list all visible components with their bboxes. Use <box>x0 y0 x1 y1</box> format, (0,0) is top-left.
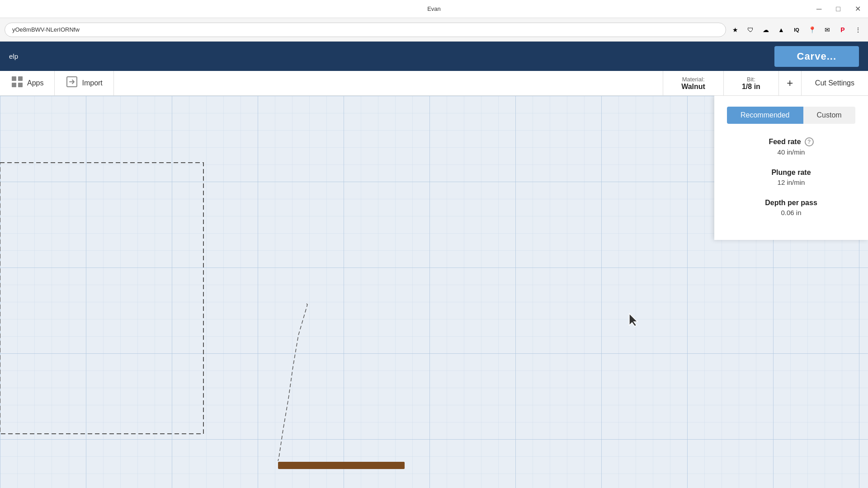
import-label: Import <box>82 79 102 87</box>
iq-icon[interactable]: IQ <box>791 24 802 35</box>
apps-icon <box>11 75 24 91</box>
svg-rect-0 <box>12 76 16 81</box>
toolbar-left: Apps Import <box>0 71 114 95</box>
bit-selector[interactable]: Bit: 1/8 in <box>724 71 779 95</box>
custom-tab[interactable]: Custom <box>803 107 855 124</box>
location-icon[interactable]: 📍 <box>807 24 817 35</box>
maximize-button[interactable]: □ <box>833 4 843 14</box>
plunge-rate-value: 12 in/min <box>727 178 855 186</box>
feed-rate-value: 40 in/min <box>727 148 855 156</box>
svg-rect-3 <box>18 83 23 87</box>
depth-per-pass-row: Depth per pass 0.06 in <box>727 199 855 216</box>
sync-icon[interactable]: ☁ <box>760 24 771 35</box>
app-header: elp Carve... <box>0 42 868 71</box>
plunge-rate-label: Plunge rate <box>771 169 811 177</box>
depth-per-pass-label: Depth per pass <box>765 199 817 207</box>
window-title: Evan <box>427 5 441 12</box>
depth-per-pass-value: 0.06 in <box>727 209 855 216</box>
apps-label: Apps <box>27 79 43 87</box>
titlebar: Evan ─ □ ✕ <box>0 0 868 18</box>
feed-rate-help-icon[interactable]: ? <box>805 137 814 146</box>
import-button[interactable]: Import <box>55 71 113 95</box>
recommended-tab[interactable]: Recommended <box>727 107 803 124</box>
plunge-rate-label-row: Plunge rate <box>727 169 855 177</box>
feed-rate-row: Feed rate ? 40 in/min <box>727 137 855 156</box>
addressbar: ★ 🛡 ☁ ▲ IQ 📍 ✉ P ⋮ <box>0 18 868 42</box>
material-selector[interactable]: Material: Walnut <box>663 71 724 95</box>
header-left: elp <box>9 52 18 60</box>
svg-rect-2 <box>12 83 16 87</box>
bit-label: Bit: <box>747 76 755 83</box>
svg-rect-1 <box>18 76 23 81</box>
svg-rect-9 <box>278 462 405 469</box>
plunge-rate-row: Plunge rate 12 in/min <box>727 169 855 186</box>
feed-rate-label-row: Feed rate ? <box>727 137 855 146</box>
mail-icon[interactable]: ✉ <box>822 24 833 35</box>
canvas-area[interactable]: Recommended Custom Feed rate ? 40 in/min… <box>0 96 868 488</box>
import-icon <box>66 75 78 91</box>
more-menu-icon[interactable]: ⋮ <box>853 24 863 35</box>
depth-per-pass-label-row: Depth per pass <box>727 199 855 207</box>
window-controls: ─ □ ✕ <box>814 4 863 14</box>
help-menu[interactable]: elp <box>9 52 18 60</box>
feed-rate-label: Feed rate <box>769 138 801 146</box>
shield-icon[interactable]: 🛡 <box>745 24 756 35</box>
bit-value: 1/8 in <box>742 83 760 91</box>
toolbar-spacer <box>114 71 663 95</box>
carve-button[interactable]: Carve... <box>774 46 859 67</box>
toolbar: Apps Import Material: Walnut Bit: 1/8 in… <box>0 71 868 96</box>
pinterest-icon[interactable]: P <box>837 24 848 35</box>
apps-button[interactable]: Apps <box>0 71 55 95</box>
material-value: Walnut <box>681 83 705 91</box>
material-label: Material: <box>682 76 705 83</box>
minimize-button[interactable]: ─ <box>814 4 824 14</box>
gdrive-icon[interactable]: ▲ <box>776 24 787 35</box>
add-button[interactable]: + <box>779 71 802 95</box>
bookmark-icon[interactable]: ★ <box>730 24 741 35</box>
close-button[interactable]: ✕ <box>852 4 863 14</box>
cut-settings-tabs: Recommended Custom <box>727 107 855 124</box>
cut-settings-button[interactable]: Cut Settings <box>802 71 868 95</box>
url-input[interactable] <box>5 23 726 37</box>
cut-settings-panel: Recommended Custom Feed rate ? 40 in/min… <box>714 96 868 240</box>
browser-extensions: ★ 🛡 ☁ ▲ IQ 📍 ✉ P ⋮ <box>730 24 863 35</box>
